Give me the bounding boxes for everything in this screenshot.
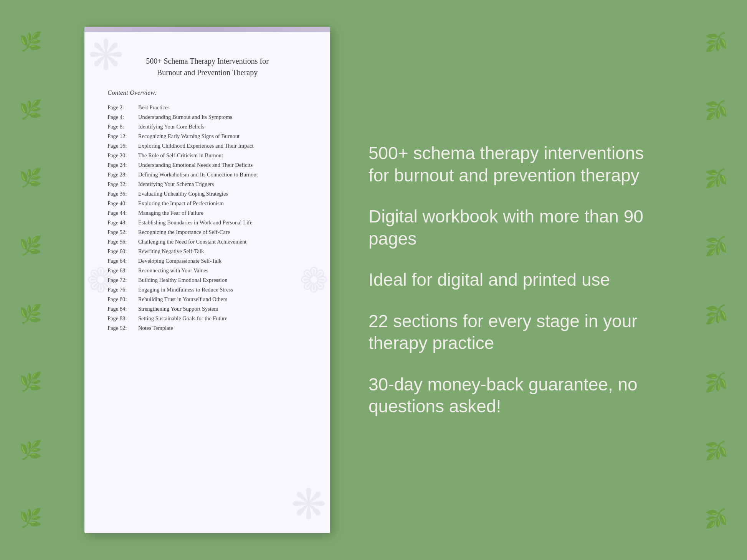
leaf-decoration: 🌿	[705, 169, 728, 187]
toc-page-number: Page 80:	[107, 296, 138, 303]
leaf-decoration: 🌿	[705, 100, 728, 119]
toc-item: Page 52:Recognizing the Importance of Se…	[107, 227, 307, 237]
toc-title: Developing Compassionate Self-Talk	[138, 258, 307, 264]
toc-item: Page 8:Identifying Your Core Beliefs	[107, 122, 307, 132]
leaf-decoration: 🌿	[19, 509, 42, 527]
toc-title: Identifying Your Core Beliefs	[138, 124, 307, 130]
toc-page-number: Page 84:	[107, 306, 138, 312]
content-overview-label: Content Overview:	[107, 89, 307, 97]
toc-page-number: Page 32:	[107, 181, 138, 188]
toc-item: Page 72:Building Healthy Emotional Expre…	[107, 275, 307, 285]
main-container: ❋ ❋ ❁ ❁ 500+ Schema Therapy Intervention…	[61, 0, 686, 560]
right-panel: 500+ schema therapy interventions for bu…	[353, 127, 663, 433]
toc-title: The Role of Self-Criticism in Burnout	[138, 152, 307, 159]
doc-inner: 500+ Schema Therapy Interventions for Bu…	[84, 32, 330, 352]
feature-text-4: 22 sections for every stage in your ther…	[369, 310, 655, 354]
toc-page-number: Page 2:	[107, 104, 138, 111]
toc-title: Challenging the Need for Constant Achiev…	[138, 239, 307, 245]
toc-title: Establishing Boundaries in Work and Pers…	[138, 219, 307, 226]
toc-title: Exploring Childhood Experiences and Thei…	[138, 143, 307, 149]
toc-page-number: Page 64:	[107, 258, 138, 264]
toc-title: Best Practices	[138, 104, 307, 111]
toc-page-number: Page 52:	[107, 229, 138, 236]
document-mockup: ❋ ❋ ❁ ❁ 500+ Schema Therapy Intervention…	[84, 27, 330, 533]
toc-item: Page 28:Defining Workaholism and Its Con…	[107, 170, 307, 180]
toc-item: Page 80:Rebuilding Trust in Yourself and…	[107, 295, 307, 304]
toc-title: Rewriting Negative Self-Talk	[138, 248, 307, 255]
leaf-decoration: 🌿	[19, 33, 42, 51]
toc-title: Reconnecting with Your Values	[138, 267, 307, 274]
toc-item: Page 68:Reconnecting with Your Values	[107, 266, 307, 275]
toc-item: Page 24:Understanding Emotional Needs an…	[107, 160, 307, 170]
toc-item: Page 32:Identifying Your Schema Triggers	[107, 180, 307, 189]
toc-page-number: Page 16:	[107, 143, 138, 149]
toc-page-number: Page 40:	[107, 200, 138, 207]
toc-item: Page 2:Best Practices	[107, 103, 307, 112]
toc-title: Building Healthy Emotional Expression	[138, 277, 307, 283]
feature-text-1: 500+ schema therapy interventions for bu…	[369, 142, 655, 186]
toc-item: Page 84:Strengthening Your Support Syste…	[107, 304, 307, 314]
toc-title: Setting Sustainable Goals for the Future	[138, 315, 307, 322]
feature-text-3: Ideal for digital and printed use	[369, 269, 655, 291]
leaf-decoration: 🌿	[705, 509, 728, 527]
toc-title: Rebuilding Trust in Yourself and Others	[138, 296, 307, 303]
toc-title: Understanding Burnout and Its Symptoms	[138, 114, 307, 120]
leaf-decoration: 🌿	[705, 33, 728, 51]
toc-page-number: Page 36:	[107, 191, 138, 197]
leaf-decoration: 🌿	[705, 237, 728, 255]
toc-title: Managing the Fear of Failure	[138, 210, 307, 216]
toc-title: Understanding Emotional Needs and Their …	[138, 162, 307, 168]
toc-item: Page 4:Understanding Burnout and Its Sym…	[107, 112, 307, 122]
toc-item: Page 64:Developing Compassionate Self-Ta…	[107, 256, 307, 266]
toc-page-number: Page 72:	[107, 277, 138, 283]
toc-title: Engaging in Mindfulness to Reduce Stress	[138, 287, 307, 293]
toc-page-number: Page 68:	[107, 267, 138, 274]
feature-text-5: 30-day money-back guarantee, no question…	[369, 374, 655, 418]
toc-title: Strengthening Your Support System	[138, 306, 307, 312]
corner-decoration-br: ❋	[291, 480, 326, 529]
leaf-decoration: 🌿	[19, 169, 42, 187]
toc-item: Page 16:Exploring Childhood Experiences …	[107, 141, 307, 151]
leaf-decoration: 🌿	[19, 441, 42, 460]
toc-page-number: Page 20:	[107, 152, 138, 159]
leaf-border-left: 🌿 🌿 🌿 🌿 🌿 🌿 🌿 🌿	[0, 0, 61, 560]
document-title: 500+ Schema Therapy Interventions for Bu…	[107, 55, 307, 78]
feature-text-2: Digital workbook with more than 90 pages	[369, 206, 655, 250]
toc-item: Page 12:Recognizing Early Warning Signs …	[107, 132, 307, 141]
toc-item: Page 60:Rewriting Negative Self-Talk	[107, 247, 307, 256]
toc-title: Notes Template	[138, 325, 307, 331]
toc-title: Recognizing the Importance of Self-Care	[138, 229, 307, 236]
toc-item: Page 44:Managing the Fear of Failure	[107, 208, 307, 218]
toc-page-number: Page 28:	[107, 171, 138, 178]
toc-title: Defining Workaholism and Its Connection …	[138, 171, 307, 178]
toc-item: Page 40:Exploring the Impact of Perfecti…	[107, 199, 307, 208]
toc-page-number: Page 24:	[107, 162, 138, 168]
toc-title: Recognizing Early Warning Signs of Burno…	[138, 133, 307, 140]
leaf-decoration: 🌿	[19, 305, 42, 323]
toc-list: Page 2:Best PracticesPage 4:Understandin…	[107, 103, 307, 333]
leaf-decoration: 🌿	[19, 373, 42, 391]
toc-title: Evaluating Unhealthy Coping Strategies	[138, 191, 307, 197]
toc-title: Exploring the Impact of Perfectionism	[138, 200, 307, 207]
toc-page-number: Page 4:	[107, 114, 138, 120]
toc-page-number: Page 60:	[107, 248, 138, 255]
toc-item: Page 20:The Role of Self-Criticism in Bu…	[107, 151, 307, 160]
leaf-decoration: 🌿	[705, 441, 728, 460]
toc-page-number: Page 8:	[107, 124, 138, 130]
leaf-border-right: 🌿 🌿 🌿 🌿 🌿 🌿 🌿 🌿	[686, 0, 747, 560]
toc-item: Page 56:Challenging the Need for Constan…	[107, 237, 307, 247]
leaf-decoration: 🌿	[705, 305, 728, 323]
toc-page-number: Page 76:	[107, 287, 138, 293]
toc-page-number: Page 12:	[107, 133, 138, 140]
leaf-decoration: 🌿	[19, 237, 42, 255]
leaf-decoration: 🌿	[19, 100, 42, 119]
toc-page-number: Page 44:	[107, 210, 138, 216]
toc-page-number: Page 92:	[107, 325, 138, 331]
toc-title: Identifying Your Schema Triggers	[138, 181, 307, 188]
toc-item: Page 88:Setting Sustainable Goals for th…	[107, 314, 307, 323]
toc-item: Page 92:Notes Template	[107, 323, 307, 333]
toc-item: Page 36:Evaluating Unhealthy Coping Stra…	[107, 189, 307, 199]
toc-page-number: Page 48:	[107, 219, 138, 226]
leaf-decoration: 🌿	[705, 373, 728, 391]
toc-page-number: Page 88:	[107, 315, 138, 322]
